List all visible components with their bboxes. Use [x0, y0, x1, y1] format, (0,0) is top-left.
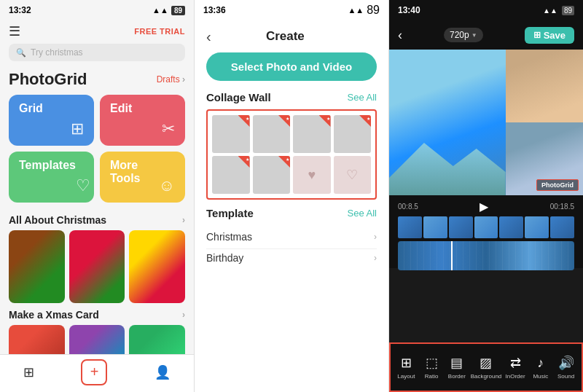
- templates-button[interactable]: Templates ♡: [9, 152, 94, 203]
- app-title: PhotoGrid: [9, 70, 87, 89]
- edit-button-label: Edit: [110, 102, 132, 115]
- inorder-tool[interactable]: ⇄ InOrder: [504, 355, 527, 380]
- time-right: 13:40: [398, 5, 420, 15]
- timeline-end-time: 00:18.5: [550, 203, 574, 211]
- ratio-tool[interactable]: ⬚ Ratio: [420, 355, 443, 380]
- timeline-stripes: [398, 241, 574, 270]
- nav-add[interactable]: +: [81, 359, 107, 385]
- wifi-icon-mid: ▲▲: [348, 6, 364, 15]
- sound-tool[interactable]: 🔊 Sound: [555, 355, 578, 380]
- resolution-selector[interactable]: 720p ▼: [444, 28, 483, 42]
- collage-cell-5[interactable]: ★: [212, 156, 250, 194]
- ratio-icon: ⬚: [426, 355, 438, 371]
- mountain-overlay: [389, 137, 506, 195]
- video-clip-right: [506, 50, 583, 195]
- make-card-section[interactable]: Make a Xmas Card ›: [0, 303, 194, 325]
- christmas-template-arrow: ›: [374, 232, 377, 242]
- layout-icon: ⊞: [401, 355, 412, 371]
- home-icon: ⊞: [23, 364, 34, 380]
- search-bar[interactable]: 🔍 Try christmas: [9, 44, 185, 61]
- thumb-3: [449, 216, 473, 238]
- sound-label: Sound: [557, 373, 574, 380]
- edit-button[interactable]: Edit ✂: [100, 95, 185, 146]
- collage-cell-heart[interactable]: ♥: [293, 156, 331, 194]
- collage-cell-4[interactable]: ★: [334, 115, 372, 153]
- mid-header: ‹ Create: [195, 20, 388, 52]
- thumb-6: [525, 216, 549, 238]
- free-trial-label[interactable]: FREE TRIAL: [134, 27, 185, 36]
- add-button[interactable]: +: [81, 359, 107, 385]
- make-card-arrow: ›: [182, 310, 185, 320]
- wifi-icon-right: ▲▲: [543, 7, 557, 15]
- search-icon: 🔍: [16, 48, 26, 58]
- collage-cell-1[interactable]: ★: [212, 115, 250, 153]
- timeline-playhead[interactable]: [451, 241, 453, 270]
- collage-row2: ★ ★ ♥ ♡: [212, 156, 371, 194]
- birthday-label: Birthday: [206, 252, 243, 264]
- border-tool[interactable]: ▤ Border: [445, 355, 469, 380]
- collage-wall-title: Collage Wall: [206, 91, 271, 103]
- birthday-section[interactable]: Birthday ›: [195, 249, 388, 264]
- music-tool[interactable]: ♪ Music: [529, 356, 552, 380]
- thumbnail-strip: [398, 216, 574, 238]
- status-icons-mid: ▲▲ 89: [348, 4, 380, 17]
- inorder-label: InOrder: [506, 373, 525, 380]
- more-tools-button-icon: ☺: [159, 176, 175, 195]
- battery-right: 89: [562, 6, 574, 15]
- hamburger-icon[interactable]: ☰: [9, 23, 20, 39]
- battery-mid: 89: [367, 4, 380, 17]
- back-button-mid[interactable]: ‹: [206, 28, 211, 45]
- background-icon: ▨: [480, 355, 492, 371]
- timeline-area: 00:8.5 ▶ 00:18.5: [389, 195, 583, 268]
- christmas-section-title[interactable]: All About Christmas ›: [0, 210, 194, 230]
- background-tool[interactable]: ▨ Background: [471, 355, 502, 380]
- birthday-arrow: ›: [374, 253, 377, 263]
- nav-profile[interactable]: 👤: [154, 364, 171, 380]
- collage-cell-heart2[interactable]: ♡: [334, 156, 372, 194]
- search-input[interactable]: Try christmas: [31, 47, 83, 58]
- collage-cell-2[interactable]: ★: [253, 115, 291, 153]
- grid-save-icon: ⊞: [533, 30, 541, 40]
- grid-button-icon: ⊞: [71, 119, 84, 138]
- collage-grid-wrapper: ★ ★ ★ ★ ★ ★ ♥ ♡: [206, 109, 377, 200]
- status-icons-right: ▲▲ 89: [543, 6, 574, 15]
- nav-home[interactable]: ⊞: [23, 364, 34, 380]
- collage-see-all[interactable]: See All: [348, 92, 377, 103]
- profile-icon: 👤: [154, 364, 171, 380]
- save-label: Save: [544, 30, 566, 41]
- time-mid: 13:36: [203, 5, 226, 15]
- template-title: Template: [206, 207, 254, 219]
- christmas-template[interactable]: Christmas ›: [206, 225, 377, 249]
- grid-button[interactable]: Grid ⊞: [9, 95, 94, 146]
- mid-panel: 13:36 ▲▲ 89 ‹ Create Select Photo and Vi…: [195, 0, 389, 392]
- drafts-link[interactable]: Drafts ›: [157, 74, 185, 85]
- collage-cell-6[interactable]: ★: [253, 156, 291, 194]
- timeline-track[interactable]: [398, 241, 574, 270]
- collage-grid: ★ ★ ★ ★: [212, 115, 371, 153]
- layout-tool[interactable]: ⊞ Layout: [394, 355, 418, 380]
- timeline-controls: 00:8.5 ▶ 00:18.5: [389, 195, 583, 216]
- templates-button-label: Templates: [19, 159, 76, 172]
- left-panel: 13:32 ▲▲ 89 ☰ FREE TRIAL 🔍 Try christmas…: [0, 0, 195, 392]
- wifi-icon-left: ▲▲: [152, 6, 168, 15]
- status-bar-left: 13:32 ▲▲ 89: [0, 0, 194, 20]
- templates-button-icon: ♡: [76, 176, 90, 195]
- background-label: Background: [471, 373, 502, 380]
- layout-label: Layout: [397, 373, 415, 380]
- christmas-images: [0, 230, 194, 303]
- save-button[interactable]: ⊞ Save: [525, 27, 574, 44]
- more-tools-button[interactable]: More Tools ☺: [100, 152, 185, 203]
- play-button[interactable]: ▶: [480, 200, 488, 213]
- more-tools-button-label: More Tools: [110, 159, 159, 185]
- border-label: Border: [448, 373, 466, 380]
- collage-section-header: Collage Wall See All: [195, 91, 388, 109]
- status-bar-right: 13:40 ▲▲ 89: [389, 0, 583, 20]
- christmas-arrow: ›: [182, 215, 185, 225]
- back-button-right[interactable]: ‹: [398, 28, 402, 43]
- video-top: [389, 50, 583, 195]
- video-preview: PhotoGrid: [389, 50, 583, 195]
- template-see-all[interactable]: See All: [348, 208, 377, 219]
- select-photo-video-button[interactable]: Select Photo and Video: [206, 52, 377, 81]
- collage-cell-3[interactable]: ★: [293, 115, 331, 153]
- video-clip-rt: [506, 50, 583, 122]
